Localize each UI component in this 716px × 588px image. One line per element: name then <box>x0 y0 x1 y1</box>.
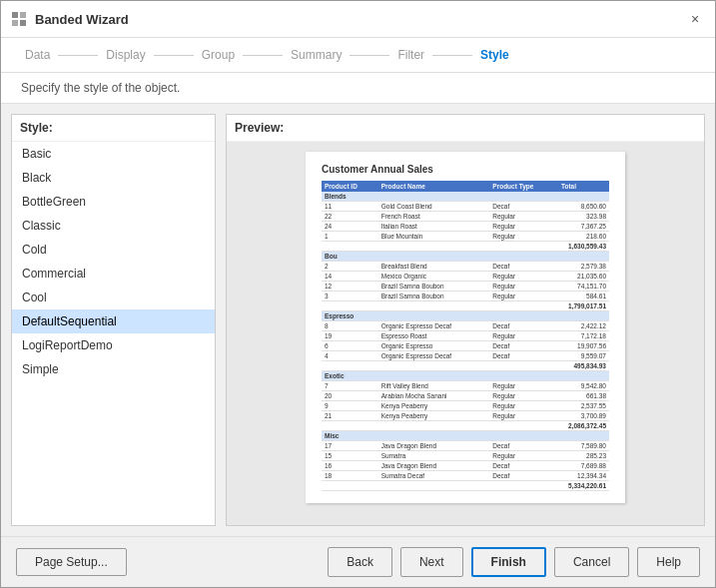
preview-panel: Preview: Customer Annual Sales Product I… <box>226 114 705 526</box>
table-row: 19Espresso RoastRegular7,172.18 <box>322 331 609 341</box>
step-summary-label: Summary <box>287 48 346 62</box>
table-row: 1Blue MountainRegular218.60 <box>322 232 609 242</box>
step-filter: Filter <box>393 48 428 62</box>
style-item-defaultsequential[interactable]: DefaultSequential <box>12 309 215 333</box>
table-row: 2Breakfast BlendDecaf2,579.38 <box>322 262 609 272</box>
table-row: 7Rift Valley BlendRegular9,542.80 <box>322 381 609 391</box>
close-button[interactable]: × <box>685 9 705 29</box>
step-line-1 <box>58 55 98 56</box>
step-filter-label: Filter <box>393 48 428 62</box>
wizard-icon <box>11 11 27 27</box>
finish-button[interactable]: Finish <box>471 547 546 577</box>
table-row: 8Organic Espresso DecafDecaf2,422.12 <box>322 321 609 331</box>
table-row: 3Brazil Samna BoubonRegular584.61 <box>322 292 609 301</box>
help-button[interactable]: Help <box>637 547 700 577</box>
table-row: 6Organic EspressoDecaf19,907.56 <box>322 341 609 351</box>
col-product-type: Product Type <box>489 181 558 192</box>
report-table: Product ID Product Name Product Type Tot… <box>322 181 609 491</box>
table-row: 18Sumatra DecafDecaf12,394.34 <box>322 471 609 481</box>
table-row: 16Java Dragon BlendDecaf7,689.88 <box>322 461 609 471</box>
table-row: 15SumatraRegular285.23 <box>322 451 609 461</box>
preview-header: Preview: <box>227 115 704 142</box>
style-item-commercial[interactable]: Commercial <box>12 262 215 286</box>
dialog-title: Banded Wizard <box>35 12 129 27</box>
preview-content: Customer Annual Sales Product ID Product… <box>227 142 704 525</box>
svg-rect-3 <box>20 20 26 26</box>
back-button[interactable]: Back <box>328 547 392 577</box>
style-list[interactable]: Basic Black BottleGreen Classic Cold Com… <box>12 142 215 525</box>
col-total: Total <box>558 181 609 192</box>
table-row: 11Gold Coast BlendDecaf8,650.60 <box>322 202 609 212</box>
step-line-3 <box>243 55 283 56</box>
step-display-label: Display <box>102 48 149 62</box>
table-row: 22French RoastRegular323.98 <box>322 212 609 222</box>
style-item-cold[interactable]: Cold <box>12 238 215 262</box>
step-line-2 <box>154 55 194 56</box>
style-item-classic[interactable]: Classic <box>12 214 215 238</box>
wizard-steps: Data Display Group Summary Filter Style <box>1 38 715 73</box>
table-row: 24Italian RoastRegular7,367.25 <box>322 222 609 232</box>
table-row: 21Kenya PeaberryRegular3,700.89 <box>322 411 609 421</box>
step-style: Style <box>476 48 513 62</box>
step-line-4 <box>350 55 389 56</box>
style-item-black[interactable]: Black <box>12 166 215 190</box>
style-item-logireportdemo[interactable]: LogiReportDemo <box>12 333 215 357</box>
cancel-button[interactable]: Cancel <box>554 547 629 577</box>
step-style-label: Style <box>476 48 513 62</box>
table-row: 12Brazil Samna BoubonRegular74,151.70 <box>322 282 609 292</box>
svg-rect-1 <box>20 12 26 18</box>
step-group: Group <box>198 48 239 62</box>
style-panel: Style: Basic Black BottleGreen Classic C… <box>11 114 216 526</box>
step-line-5 <box>432 55 472 56</box>
step-display: Display <box>102 48 149 62</box>
svg-rect-0 <box>12 12 18 18</box>
report-title: Customer Annual Sales <box>322 164 609 175</box>
col-product-name: Product Name <box>378 181 490 192</box>
col-product-id: Product ID <box>322 181 378 192</box>
title-bar-left: Banded Wizard <box>11 11 129 27</box>
footer-bar: Page Setup... Back Next Finish Cancel He… <box>1 536 715 587</box>
title-bar: Banded Wizard × <box>1 1 715 38</box>
content-area: Style: Basic Black BottleGreen Classic C… <box>1 104 715 536</box>
subtitle: Specify the style of the object. <box>1 73 715 104</box>
table-row: 4Organic Espresso DecafDecaf9,559.07 <box>322 351 609 361</box>
step-data-label: Data <box>21 48 54 62</box>
svg-rect-2 <box>12 20 18 26</box>
step-summary: Summary <box>287 48 346 62</box>
table-row: 9Kenya PeaberryRegular2,537.55 <box>322 401 609 411</box>
report-preview: Customer Annual Sales Product ID Product… <box>306 152 625 503</box>
table-row: 17Java Dragon BlendDecaf7,589.80 <box>322 441 609 451</box>
style-item-simple[interactable]: Simple <box>12 357 215 381</box>
table-row: 14Mexico OrganicRegular21,035.60 <box>322 272 609 282</box>
style-item-cool[interactable]: Cool <box>12 286 215 309</box>
style-item-basic[interactable]: Basic <box>12 142 215 166</box>
style-item-bottlegreen[interactable]: BottleGreen <box>12 190 215 214</box>
banded-wizard-dialog: Banded Wizard × Data Display Group Summa… <box>0 0 716 588</box>
style-panel-header: Style: <box>12 115 215 142</box>
table-row: 20Arabian Mocha SananiRegular661.38 <box>322 391 609 401</box>
step-group-label: Group <box>198 48 239 62</box>
page-setup-button[interactable]: Page Setup... <box>16 548 127 576</box>
step-data: Data <box>21 48 54 62</box>
footer-right-buttons: Back Next Finish Cancel Help <box>328 547 700 577</box>
next-button[interactable]: Next <box>400 547 463 577</box>
